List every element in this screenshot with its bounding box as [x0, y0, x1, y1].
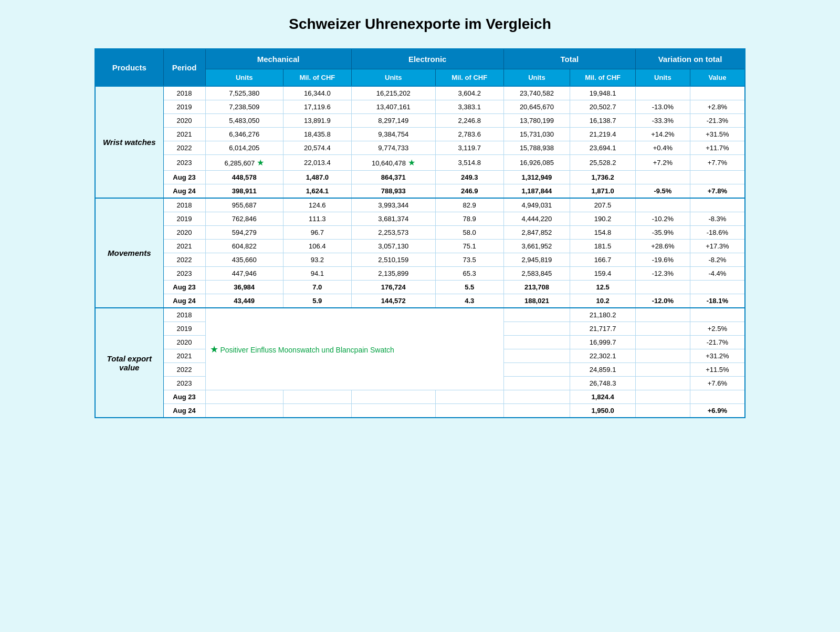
- elec-chf-cell: 3,514.8: [435, 155, 503, 171]
- variation-header: Variation on total: [635, 49, 745, 69]
- elec-chf-cell: 2,783.6: [435, 128, 503, 141]
- tot-chf-cell: 166.7: [570, 253, 636, 267]
- header-row-main: Products Period Mechanical Electronic To…: [95, 49, 745, 69]
- elec-chf-cell: 5.5: [435, 281, 503, 294]
- var-units-cell: [635, 336, 690, 349]
- mechanical-header: Mechanical: [205, 49, 351, 69]
- var-value-cell: +6.9%: [690, 404, 745, 418]
- annotation-star-icon: ★: [210, 344, 218, 355]
- tot-chf-cell: 181.5: [570, 240, 636, 253]
- tot-units-cell: 23,740,582: [503, 86, 570, 100]
- mech-chf-header: Mil. of CHF: [283, 69, 351, 87]
- period-cell: Aug 24: [163, 294, 205, 308]
- var-units-cell: [635, 377, 690, 390]
- var-value-cell: -21.7%: [690, 336, 745, 349]
- mech-chf-cell: 1,487.0: [283, 171, 351, 184]
- period-cell: 2021: [163, 128, 205, 141]
- var-value-cell: +31.2%: [690, 349, 745, 363]
- elec-units-cell: 9,384,754: [351, 128, 435, 141]
- var-units-cell: -12.0%: [635, 294, 690, 308]
- var-units-cell: [635, 363, 690, 377]
- elec-chf-cell: 4.3: [435, 294, 503, 308]
- tot-chf-cell: 1,950.0: [570, 404, 636, 418]
- var-value-cell: [690, 171, 745, 184]
- elec-chf-header: Mil. of CHF: [435, 69, 503, 87]
- var-value-cell: [690, 86, 745, 100]
- var-value-cell: +2.8%: [690, 100, 745, 114]
- elec-units-cell: 3,681,374: [351, 212, 435, 226]
- star-icon: ★: [408, 158, 415, 168]
- tot-units-cell: [503, 363, 570, 377]
- tot-chf-cell: 10.2: [570, 294, 636, 308]
- var-value-cell: +17.3%: [690, 240, 745, 253]
- tot-chf-cell: 159.4: [570, 267, 636, 281]
- var-units-cell: +7.2%: [635, 155, 690, 171]
- mech-chf-cell: 22,013.4: [283, 155, 351, 171]
- empty-cell: [351, 390, 435, 404]
- elec-units-cell: 788,933: [351, 184, 435, 199]
- elec-units-cell: 144,572: [351, 294, 435, 308]
- mech-chf-cell: 106.4: [283, 240, 351, 253]
- period-cell: 2018: [163, 308, 205, 322]
- empty-cell: [283, 404, 351, 418]
- elec-chf-cell: 65.3: [435, 267, 503, 281]
- var-units-cell: [635, 308, 690, 322]
- elec-chf-cell: 82.9: [435, 198, 503, 212]
- tot-units-cell: 13,780,199: [503, 114, 570, 128]
- tot-units-cell: 15,788,938: [503, 141, 570, 155]
- period-cell: Aug 24: [163, 404, 205, 418]
- tot-units-cell: [503, 390, 570, 404]
- period-cell: 2020: [163, 336, 205, 349]
- mech-units-cell: 43,449: [205, 294, 283, 308]
- mech-chf-cell: 18,435.8: [283, 128, 351, 141]
- elec-chf-cell: 246.9: [435, 184, 503, 199]
- tot-chf-cell: 21,219.4: [570, 128, 636, 141]
- var-value-cell: +7.8%: [690, 184, 745, 199]
- mech-chf-cell: 111.3: [283, 212, 351, 226]
- tot-chf-header: Mil. of CHF: [570, 69, 636, 87]
- electronic-header: Electronic: [351, 49, 503, 69]
- var-units-cell: [635, 349, 690, 363]
- mech-units-cell: 955,687: [205, 198, 283, 212]
- var-units-cell: [635, 404, 690, 418]
- var-value-cell: [690, 281, 745, 294]
- var-units-cell: [635, 86, 690, 100]
- tot-units-cell: 213,708: [503, 281, 570, 294]
- var-units-cell: -33.3%: [635, 114, 690, 128]
- tot-chf-cell: 1,736.2: [570, 171, 636, 184]
- tot-units-cell: [503, 377, 570, 390]
- elec-units-cell: 10,640,478 ★: [351, 155, 435, 171]
- var-units-cell: [635, 198, 690, 212]
- tot-chf-cell: 25,528.2: [570, 155, 636, 171]
- mech-chf-cell: 17,119.6: [283, 100, 351, 114]
- tot-units-cell: 4,949,031: [503, 198, 570, 212]
- var-value-cell: +7.6%: [690, 377, 745, 390]
- period-cell: 2022: [163, 253, 205, 267]
- elec-chf-cell: 249.3: [435, 171, 503, 184]
- mech-chf-cell: 94.1: [283, 267, 351, 281]
- elec-chf-cell: 3,119.7: [435, 141, 503, 155]
- main-table: Products Period Mechanical Electronic To…: [94, 48, 746, 418]
- elec-units-cell: 176,724: [351, 281, 435, 294]
- empty-cell: [205, 390, 283, 404]
- var-units-cell: +0.4%: [635, 141, 690, 155]
- product-label: Total export value: [95, 308, 163, 418]
- tot-chf-cell: 154.8: [570, 226, 636, 240]
- var-value-cell: -18.1%: [690, 294, 745, 308]
- elec-chf-cell: 3,383.1: [435, 100, 503, 114]
- mech-units-cell: 5,483,050: [205, 114, 283, 128]
- var-value-cell: -21.3%: [690, 114, 745, 128]
- var-value-cell: [690, 390, 745, 404]
- tot-units-cell: 2,945,819: [503, 253, 570, 267]
- elec-units-cell: 3,993,344: [351, 198, 435, 212]
- tot-units-cell: 16,926,085: [503, 155, 570, 171]
- mech-chf-cell: 7.0: [283, 281, 351, 294]
- tot-units-cell: 2,583,845: [503, 267, 570, 281]
- tot-chf-cell: 12.5: [570, 281, 636, 294]
- tot-units-cell: 188,021: [503, 294, 570, 308]
- mech-units-cell: 594,279: [205, 226, 283, 240]
- tot-units-cell: 4,444,220: [503, 212, 570, 226]
- var-units-cell: +14.2%: [635, 128, 690, 141]
- tot-units-cell: 1,312,949: [503, 171, 570, 184]
- var-value-header: Value: [690, 69, 745, 87]
